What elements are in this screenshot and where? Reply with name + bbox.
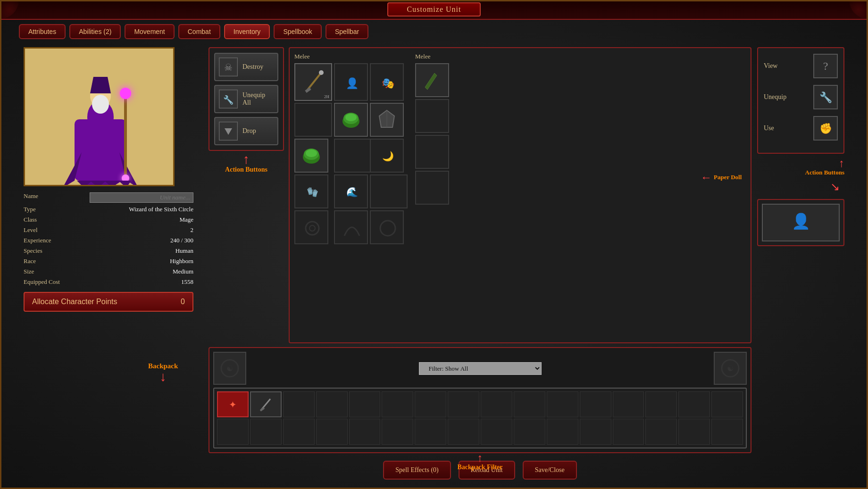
experience-label: Experience xyxy=(24,237,51,244)
view-row: View ? xyxy=(764,54,838,78)
pack-slot-22[interactable] xyxy=(382,419,413,445)
svg-point-21 xyxy=(319,70,324,75)
equip-slot-4[interactable] xyxy=(334,139,372,173)
pack-slot-fire[interactable]: ✦ xyxy=(217,391,249,417)
pack-slot-26[interactable] xyxy=(514,419,545,445)
tab-spellbook[interactable]: Spellbook xyxy=(274,24,322,39)
pack-slot-7[interactable] xyxy=(415,391,446,417)
equip-slot-8[interactable] xyxy=(370,174,408,208)
right-equip-slot-3[interactable] xyxy=(415,135,449,169)
pack-slot-9[interactable] xyxy=(481,391,512,417)
right-equip-slot-1[interactable] xyxy=(415,63,449,97)
equip-slot-9[interactable] xyxy=(294,210,328,244)
equip-slot-11[interactable] xyxy=(370,210,404,244)
unequip-label: Unequip xyxy=(764,93,786,101)
pack-slot-12[interactable] xyxy=(580,391,611,417)
type-row: Type Wizard of the Sixth Circle xyxy=(24,204,193,215)
equip-slot-7[interactable]: 🌊 xyxy=(334,174,368,208)
pack-slot-24[interactable] xyxy=(448,419,479,445)
pack-slot-11[interactable] xyxy=(547,391,578,417)
pack-slot-sword[interactable] xyxy=(250,391,282,417)
pack-slot-3[interactable] xyxy=(283,391,315,417)
allocate-character-points-button[interactable]: Allocate Character Points 0 xyxy=(24,292,193,312)
melee-left-label: Melee xyxy=(294,53,404,60)
right-equip-slot-4[interactable] xyxy=(415,171,449,205)
backpack-grid-container: ✦ xyxy=(213,388,747,448)
backpack-filter-dropdown[interactable]: Filter: Show All xyxy=(419,362,542,375)
equip-slot-2[interactable]: 🎭 xyxy=(370,63,404,101)
equip-slot-3[interactable] xyxy=(294,103,332,137)
backpack-slot-left[interactable]: ☯ xyxy=(213,352,246,385)
equip-slot-1[interactable]: 👤 xyxy=(334,63,368,101)
right-equip-slot-2[interactable] xyxy=(415,99,449,133)
tab-spellbar[interactable]: Spellbar xyxy=(326,24,368,39)
left-equip-col: Melee 2H xyxy=(294,53,404,244)
level-row: Level 2 xyxy=(24,225,193,235)
pack-slot-27[interactable] xyxy=(547,419,578,445)
pack-slot-29[interactable] xyxy=(613,419,644,445)
melee-weapon-slot[interactable]: 2H xyxy=(294,63,332,101)
svg-point-10 xyxy=(120,88,131,99)
pack-slot-5[interactable] xyxy=(349,391,381,417)
spell-effects-button[interactable]: Spell Effects (0) xyxy=(383,461,451,480)
pack-slot-23[interactable] xyxy=(415,419,446,445)
experience-row: Experience 240 / 300 xyxy=(24,235,193,246)
pack-slot-15[interactable] xyxy=(678,391,710,417)
use-slot[interactable]: ✊ xyxy=(813,116,838,141)
svg-point-29 xyxy=(306,149,317,157)
pack-slot-19[interactable] xyxy=(283,419,315,445)
melee-right-label: Melee xyxy=(415,53,449,60)
pack-slot-14[interactable] xyxy=(645,391,677,417)
equip-slot-6[interactable]: 🧤 xyxy=(294,174,328,208)
equip-slot-armor[interactable] xyxy=(370,103,404,137)
equip-slot-10[interactable] xyxy=(334,210,368,244)
pack-slot-6[interactable] xyxy=(382,391,413,417)
character-stats: Name Type Wizard of the Sixth Circle Cla… xyxy=(24,191,193,287)
pack-slot-10[interactable] xyxy=(514,391,545,417)
pack-slot-30[interactable] xyxy=(645,419,677,445)
tab-attributes[interactable]: Attributes xyxy=(19,24,66,39)
svg-point-7 xyxy=(92,95,109,114)
unequip-all-button[interactable]: 🔧 Unequip All xyxy=(214,85,278,113)
pack-slot-18[interactable] xyxy=(250,419,282,445)
equip-slot-green2[interactable] xyxy=(294,139,328,173)
left-panel: Name Type Wizard of the Sixth Circle Cla… xyxy=(24,47,203,480)
backpack-top-row: ☯ Filter: Show All ☯ xyxy=(213,352,747,385)
pack-slot-16[interactable] xyxy=(711,391,743,417)
pack-slot-4[interactable] xyxy=(316,391,348,417)
reload-unit-button[interactable]: Reload Unit xyxy=(459,461,515,480)
backpack-slot-right[interactable]: ☯ xyxy=(714,352,747,385)
pack-slot-13[interactable] xyxy=(613,391,644,417)
svg-text:🎭: 🎭 xyxy=(382,77,395,90)
svg-point-35 xyxy=(380,221,395,236)
tab-bar: Attributes Abilities (2) Movement Combat… xyxy=(19,20,849,43)
pack-slot-25[interactable] xyxy=(481,419,512,445)
equip-slot-5[interactable]: 🌙 xyxy=(370,139,404,173)
tab-inventory[interactable]: Inventory xyxy=(224,24,270,39)
drop-button[interactable]: Drop xyxy=(214,117,278,145)
pack-slot-20[interactable] xyxy=(316,419,348,445)
pack-slot-filter-annotation[interactable] xyxy=(448,391,479,417)
paper-doll-arrow-down: ↘ xyxy=(830,181,840,192)
pack-slot-17[interactable] xyxy=(217,419,249,445)
equip-slot-green1[interactable] xyxy=(334,103,368,137)
destroy-button[interactable]: ☠ Destroy xyxy=(214,53,278,81)
level-value: 2 xyxy=(191,226,194,234)
unequip-slot[interactable]: 🔧 xyxy=(813,85,838,109)
tab-combat[interactable]: Combat xyxy=(178,24,220,39)
view-slot[interactable]: ? xyxy=(813,54,838,78)
save-close-button[interactable]: Save/Close xyxy=(523,461,577,480)
drop-icon xyxy=(219,122,238,141)
pack-slot-31[interactable] xyxy=(678,419,710,445)
pack-slot-28[interactable] xyxy=(580,419,611,445)
action-buttons-section: ☠ Destroy 🔧 Unequip All xyxy=(209,47,284,343)
race-label: Race xyxy=(24,257,36,265)
name-input[interactable] xyxy=(90,192,193,203)
pack-slot-32[interactable] xyxy=(711,419,743,445)
drop-label: Drop xyxy=(242,127,256,135)
pack-slot-21[interactable] xyxy=(349,419,381,445)
tab-abilities[interactable]: Abilities (2) xyxy=(69,24,121,39)
paper-doll-slot-main[interactable]: 👤 xyxy=(762,204,840,241)
tab-movement[interactable]: Movement xyxy=(125,24,174,39)
window-title: Customize Unit xyxy=(387,2,481,17)
